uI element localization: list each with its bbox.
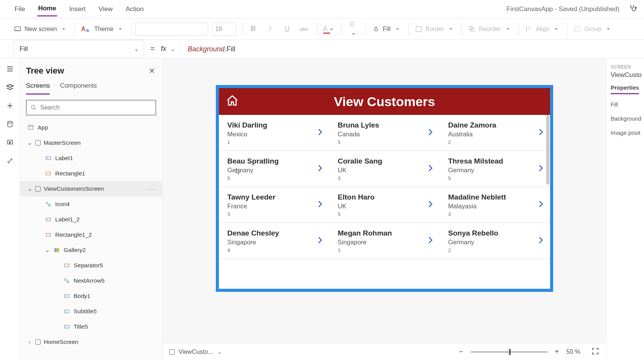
align-button[interactable]: Align [523,24,560,34]
tree-node-app[interactable]: App [20,120,162,135]
tab-components[interactable]: Components [60,82,97,95]
tools-icon[interactable] [5,156,15,165]
customer-number: 4 [227,247,322,253]
canvas-area: View Customers Viki DarlingMexico1Bruna … [163,58,606,360]
reorder-button[interactable]: Reorder [466,24,512,34]
chevron-right-icon[interactable]: › [27,339,32,345]
tree-node-icon4[interactable]: Icon4 [20,196,162,212]
strikethrough-button[interactable]: abc [297,26,310,32]
new-screen-button[interactable]: New screen [12,24,67,34]
tree-node-rectangle1-2[interactable]: Rectangle1_2 [20,227,162,242]
chevron-down-icon[interactable]: ⌄ [27,185,32,192]
gallery-cell[interactable]: Bruna LylesCanada5 [329,115,440,151]
chevron-down-icon[interactable]: ⌄ [27,139,32,146]
chevron-right-icon[interactable] [426,126,434,139]
property-image-position[interactable]: Image posit [611,129,640,136]
tree-node-homescreen[interactable]: › HomeScreen [20,334,162,350]
gallery-cell[interactable]: Elton HaroUK5 [329,187,440,223]
chevron-right-icon[interactable] [536,126,545,139]
chevron-right-icon[interactable] [315,234,324,247]
gallery-cell[interactable]: Beau SpratlingGermany5 [219,151,329,187]
bold-button[interactable]: B [247,25,260,33]
fit-screen-icon[interactable] [591,347,600,357]
chevron-right-icon[interactable] [536,162,545,175]
gallery-cell[interactable]: Madaline NeblettMalayasia3 [440,187,550,223]
tree-node-viewcustomersscreen[interactable]: ⌄ ViewCustomersScreen ··· [20,181,162,196]
menu-insert[interactable]: Insert [69,2,87,16]
font-color-button[interactable]: A [322,25,335,33]
text-align-button[interactable] [346,21,359,38]
tree-node-label1[interactable]: Label1 [20,151,162,166]
tree-node-nextarrow5[interactable]: NextArrow5 [20,273,162,288]
zoom-in-button[interactable]: + [553,347,561,356]
chevron-right-icon[interactable] [426,234,434,247]
tree-node-separator5[interactable]: Separator5 [20,258,162,273]
font-family-select[interactable] [135,23,208,36]
fx-icon[interactable]: fx [161,45,168,53]
chevron-down-icon[interactable]: ⌄ [44,247,50,254]
fill-button[interactable]: Fill [370,24,401,34]
hamburger-icon[interactable] [5,64,15,74]
chevron-right-icon[interactable] [536,234,545,247]
tree-view-icon[interactable] [5,83,15,92]
search-input[interactable] [40,104,152,111]
gallery-cell[interactable]: Sonya RebelloGermany2 [440,223,550,259]
gallery-cell[interactable]: Megan RohmanSingapore1 [329,223,440,259]
gallery-cell[interactable]: Denae ChesleySingapore4 [219,223,329,259]
tab-properties[interactable]: Properties [611,84,639,94]
chevron-right-icon[interactable] [315,126,324,139]
chevron-right-icon[interactable] [315,198,324,211]
data-icon[interactable] [5,119,15,129]
formula-object: Background [188,45,225,53]
chevron-down-icon[interactable]: ⌄ [170,45,175,52]
border-button[interactable]: Border [412,24,455,34]
group-button[interactable]: Group [571,24,612,34]
close-icon[interactable]: ✕ [149,66,155,75]
customer-gallery[interactable]: Viki DarlingMexico1Bruna LylesCanada5Dai… [219,115,550,289]
chevron-right-icon[interactable] [426,198,434,211]
font-size-select[interactable]: 18 [212,23,236,36]
tree-node-body1[interactable]: Body1 [20,288,162,304]
diagnostics-icon[interactable] [629,4,637,14]
italic-button[interactable]: I [264,25,277,33]
insert-icon[interactable] [5,101,15,110]
gallery-cell[interactable]: Tawny LeederFrance3 [219,187,329,223]
tree-node-subtitle5[interactable]: Subtitle5 [20,304,162,319]
chevron-right-icon[interactable] [536,198,545,211]
tree-node-label1-2[interactable]: Label1_2 [20,212,162,227]
menu-home[interactable]: Home [37,2,57,16]
menu-action[interactable]: Action [125,2,145,16]
tree-list[interactable]: App ⌄ MasterScreen Label1 Rectangle1 ⌄ V… [20,120,162,360]
underline-button[interactable]: U [281,25,294,33]
gallery-cell[interactable]: Daine ZamoraAustralia2 [440,115,550,151]
home-icon[interactable] [226,94,239,109]
gallery-cell[interactable]: Viki DarlingMexico1 [219,115,329,151]
chevron-right-icon[interactable] [426,162,434,175]
more-icon[interactable]: ··· [149,185,156,192]
tree-node-gallery2[interactable]: ⌄ Gallery2 [20,242,162,258]
customer-country: Germany [227,167,322,174]
menu-view[interactable]: View [98,2,113,16]
media-icon[interactable] [5,138,15,147]
menu-file[interactable]: File [14,2,26,16]
chevron-down-icon[interactable]: ⌄ [217,348,222,355]
tree-node-title5[interactable]: Title5 [20,319,162,334]
breadcrumb-screen[interactable]: ViewCusto... [179,349,213,355]
formula-input[interactable]: Background.Fill [181,45,235,53]
tree-node-masterscreen[interactable]: ⌄ MasterScreen [20,135,162,151]
tree-search[interactable] [26,100,156,115]
app-preview[interactable]: View Customers Viki DarlingMexico1Bruna … [216,85,553,292]
tab-screens[interactable]: Screens [26,82,50,95]
gallery-cell[interactable]: Coralie SangUK3 [329,151,440,187]
property-fill[interactable]: Fill [611,101,640,108]
zoom-out-button[interactable]: − [457,347,465,356]
svg-rect-15 [46,233,51,236]
zoom-slider[interactable] [471,351,547,353]
tree-node-rectangle1[interactable]: Rectangle1 [20,166,162,181]
property-background[interactable]: Background [611,115,640,122]
theme-button[interactable]: Aa Theme [79,24,124,34]
chevron-right-icon[interactable] [315,162,324,175]
gallery-cell[interactable]: Thresa MilsteadGermany5 [440,151,550,187]
property-select[interactable]: Fill ⌄ [14,40,144,58]
svg-rect-16 [54,248,56,252]
